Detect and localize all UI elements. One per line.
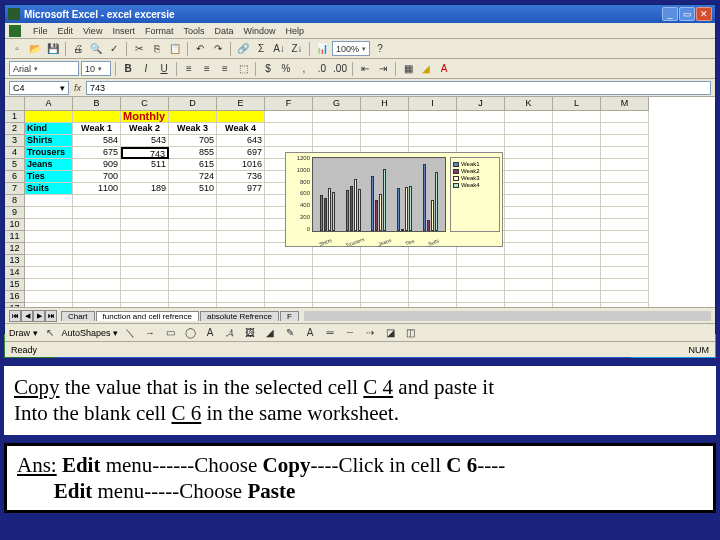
tab-nav-next[interactable]: ▶ [33,310,45,322]
row-header[interactable]: 8 [5,195,25,207]
cell[interactable] [553,111,601,123]
cell[interactable] [553,219,601,231]
cell[interactable] [601,291,649,303]
cell[interactable] [169,231,217,243]
cell[interactable] [601,195,649,207]
cell[interactable] [73,279,121,291]
cell[interactable] [313,255,361,267]
dec-decimal-icon[interactable]: .00 [332,61,348,77]
cell[interactable] [121,255,169,267]
cell[interactable] [409,135,457,147]
menu-file[interactable]: File [33,26,48,36]
cell[interactable]: Trousers [25,147,73,159]
cell[interactable] [505,111,553,123]
spell-icon[interactable]: ✓ [106,41,122,57]
cell[interactable] [121,279,169,291]
cell[interactable] [217,231,265,243]
menu-data[interactable]: Data [214,26,233,36]
cell[interactable] [169,255,217,267]
row-header[interactable]: 11 [5,231,25,243]
sum-icon[interactable]: Σ [253,41,269,57]
cell[interactable]: Kind [25,123,73,135]
cell[interactable]: Monthly sales [121,111,169,123]
cell[interactable] [553,207,601,219]
cell[interactable] [73,231,121,243]
cell[interactable]: 189 [121,183,169,195]
cell[interactable]: 705 [169,135,217,147]
cell[interactable] [457,291,505,303]
cell[interactable]: Shirts [25,135,73,147]
cell[interactable]: Ties [25,171,73,183]
cell[interactable] [601,231,649,243]
cell[interactable] [121,243,169,255]
tab-nav-last[interactable]: ⏭ [45,310,57,322]
cell[interactable]: Weak 4 [217,123,265,135]
cell[interactable]: Weak 3 [169,123,217,135]
cell[interactable] [409,123,457,135]
cell[interactable] [361,123,409,135]
redo-icon[interactable]: ↷ [210,41,226,57]
row-header[interactable]: 16 [5,291,25,303]
cell[interactable] [313,291,361,303]
row-header[interactable]: 3 [5,135,25,147]
col-header[interactable]: J [457,97,505,111]
copy-icon[interactable]: ⎘ [149,41,165,57]
cell[interactable] [25,195,73,207]
row-header[interactable]: 2 [5,123,25,135]
cell[interactable] [505,147,553,159]
cell[interactable] [409,255,457,267]
cell[interactable] [265,135,313,147]
cell[interactable] [601,171,649,183]
cell[interactable] [169,291,217,303]
cell[interactable] [169,207,217,219]
cell[interactable] [169,111,217,123]
cell[interactable] [553,171,601,183]
cell[interactable] [601,243,649,255]
menu-insert[interactable]: Insert [112,26,135,36]
cell[interactable] [265,303,313,307]
cell[interactable] [73,303,121,307]
col-header[interactable]: B [73,97,121,111]
align-right-icon[interactable]: ≡ [217,61,233,77]
tab-nav-prev[interactable]: ◀ [21,310,33,322]
cell[interactable]: 615 [169,159,217,171]
row-header[interactable]: 15 [5,279,25,291]
cell[interactable] [361,291,409,303]
cell[interactable] [121,207,169,219]
row-header[interactable]: 17 [5,303,25,307]
cell[interactable] [121,291,169,303]
cell[interactable] [25,291,73,303]
cell[interactable] [601,255,649,267]
cell[interactable] [169,303,217,307]
cell[interactable] [217,279,265,291]
cell[interactable] [409,279,457,291]
sort-asc-icon[interactable]: A↓ [271,41,287,57]
cell[interactable]: 736 [217,171,265,183]
col-header[interactable]: E [217,97,265,111]
cell[interactable] [601,159,649,171]
cell[interactable] [505,231,553,243]
cell[interactable] [121,219,169,231]
cell[interactable] [409,267,457,279]
cell[interactable] [313,279,361,291]
percent-icon[interactable]: % [278,61,294,77]
cell[interactable] [505,243,553,255]
cell[interactable] [505,195,553,207]
cell[interactable] [169,267,217,279]
cell[interactable] [73,243,121,255]
cell[interactable] [265,123,313,135]
cell[interactable] [25,207,73,219]
fill-icon[interactable]: ◢ [262,325,278,341]
cell[interactable] [217,111,265,123]
cell[interactable] [265,279,313,291]
cell[interactable] [553,135,601,147]
cell[interactable] [409,303,457,307]
cell[interactable] [409,291,457,303]
col-header[interactable]: L [553,97,601,111]
zoom-combo[interactable]: 100%▾ [332,41,370,56]
menu-help[interactable]: Help [285,26,304,36]
cell[interactable] [601,123,649,135]
horizontal-scrollbar[interactable] [304,311,711,321]
cell[interactable] [505,267,553,279]
line-icon[interactable]: ＼ [122,325,138,341]
